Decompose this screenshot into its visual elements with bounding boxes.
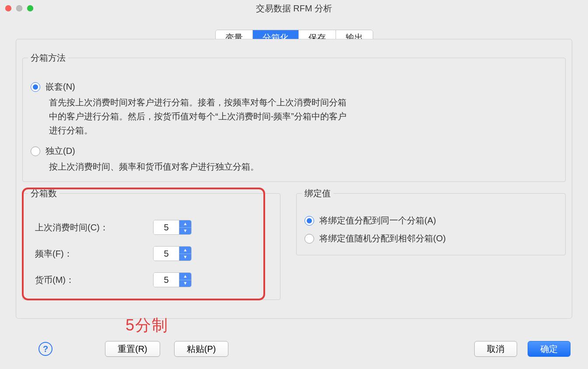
stepper-frequency-up[interactable]: ▲ <box>179 247 191 254</box>
group-binning-method: 分箱方法 嵌套(N) 首先按上次消费时间对客户进行分箱。接着，按频率对每个上次消… <box>22 58 566 182</box>
stepper-recency[interactable]: ▲ ▼ <box>153 220 192 235</box>
field-frequency: 频率(F)： ▲ ▼ <box>35 246 268 261</box>
label-monetary: 货币(M)： <box>35 274 153 286</box>
cancel-button[interactable]: 取消 <box>474 341 517 357</box>
group-bin-counts-legend: 分箱数 <box>28 188 60 199</box>
titlebar: 交易数据 RFM 分析 <box>0 0 588 17</box>
label-recency: 上次消费时间(C)： <box>35 222 153 233</box>
input-recency[interactable] <box>154 220 179 234</box>
radio-ties-same-label: 将绑定值分配到同一个分箱(A) <box>319 215 436 226</box>
radio-ties-same[interactable] <box>304 216 314 226</box>
button-group-right: 取消 确定 <box>474 341 570 357</box>
lower-row: 分箱数 上次消费时间(C)： ▲ ▼ 频率(F)： ▲ <box>22 191 566 300</box>
button-group-left: 重置(R) 粘贴(P) <box>105 341 228 357</box>
minimize-window-button[interactable] <box>16 5 22 11</box>
stepper-monetary-buttons: ▲ ▼ <box>179 273 191 287</box>
bottom-bar: ? 重置(R) 粘贴(P) 取消 确定 <box>0 341 588 357</box>
stepper-recency-buttons: ▲ ▼ <box>179 220 191 234</box>
stepper-monetary-down[interactable]: ▼ <box>179 280 191 287</box>
radio-nested[interactable] <box>31 82 40 92</box>
group-binning-method-legend: 分箱方法 <box>28 52 68 64</box>
traffic-lights <box>5 5 33 11</box>
main-panel: 分箱方法 嵌套(N) 首先按上次消费时间对客户进行分箱。接着，按频率对每个上次消… <box>16 39 572 319</box>
zoom-window-button[interactable] <box>27 5 33 11</box>
stepper-recency-down[interactable]: ▼ <box>179 227 191 235</box>
stepper-recency-up[interactable]: ▲ <box>179 220 191 227</box>
radio-independent[interactable] <box>31 146 40 156</box>
radio-ties-random-label: 将绑定值随机分配到相邻分箱(O) <box>319 233 446 244</box>
group-bin-counts: 分箱数 上次消费时间(C)： ▲ ▼ 频率(F)： ▲ <box>22 193 280 300</box>
radio-independent-desc: 按上次消费时间、频率和货币值对客户进行独立分箱。 <box>49 160 346 174</box>
help-button[interactable]: ? <box>38 342 52 356</box>
stepper-frequency-buttons: ▲ ▼ <box>179 247 191 261</box>
stepper-frequency[interactable]: ▲ ▼ <box>153 246 192 261</box>
label-frequency: 频率(F)： <box>35 248 153 260</box>
stepper-monetary-up[interactable]: ▲ <box>179 273 191 280</box>
close-window-button[interactable] <box>5 5 11 11</box>
radio-nested-desc: 首先按上次消费时间对客户进行分箱。接着，按频率对每个上次消费时间分箱中的客户进行… <box>49 95 346 137</box>
radio-independent-label: 独立(D) <box>46 145 75 157</box>
paste-button[interactable]: 粘贴(P) <box>174 341 229 357</box>
input-monetary[interactable] <box>154 273 179 287</box>
stepper-frequency-down[interactable]: ▼ <box>179 254 191 261</box>
input-frequency[interactable] <box>154 247 179 261</box>
window-title: 交易数据 RFM 分析 <box>0 3 588 14</box>
radio-row-nested[interactable]: 嵌套(N) <box>31 81 557 93</box>
radio-ties-random[interactable] <box>304 234 314 244</box>
field-recency: 上次消费时间(C)： ▲ ▼ <box>35 220 268 235</box>
stepper-monetary[interactable]: ▲ ▼ <box>153 272 192 287</box>
field-monetary: 货币(M)： ▲ ▼ <box>35 272 268 287</box>
ok-button[interactable]: 确定 <box>528 341 570 357</box>
radio-row-independent[interactable]: 独立(D) <box>31 145 557 157</box>
group-ties: 绑定值 将绑定值分配到同一个分箱(A) 将绑定值随机分配到相邻分箱(O) <box>296 193 566 255</box>
reset-button[interactable]: 重置(R) <box>105 341 160 357</box>
radio-row-ties-same[interactable]: 将绑定值分配到同一个分箱(A) <box>304 215 557 226</box>
radio-nested-label: 嵌套(N) <box>46 81 75 93</box>
annotation-5fz: 5分制 <box>126 315 168 336</box>
radio-row-ties-random[interactable]: 将绑定值随机分配到相邻分箱(O) <box>304 233 557 244</box>
group-ties-legend: 绑定值 <box>302 188 333 199</box>
